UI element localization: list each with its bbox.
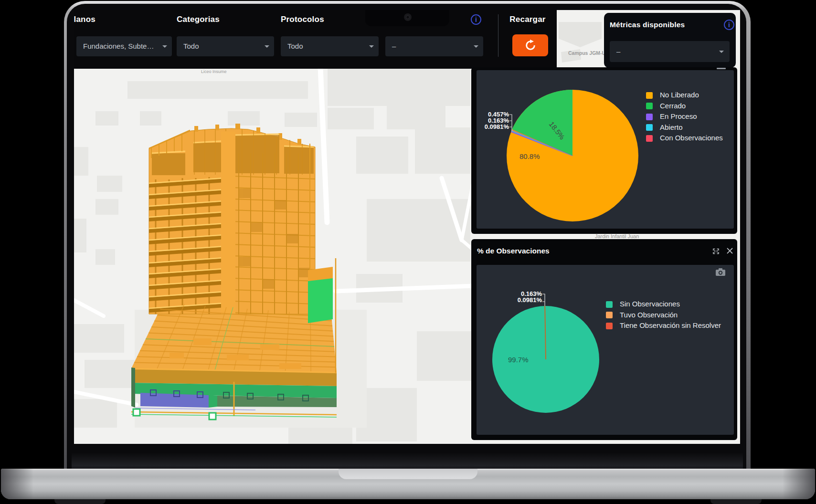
svg-text:99.7%: 99.7% [508,356,529,364]
svg-text:Liceo Insume: Liceo Insume [201,69,227,74]
svg-text:Campus JGM-U: Campus JGM-U [568,50,605,56]
svg-text:Jardin Infantil Juan: Jardin Infantil Juan [595,233,639,239]
svg-text:80.8%: 80.8% [519,152,540,160]
